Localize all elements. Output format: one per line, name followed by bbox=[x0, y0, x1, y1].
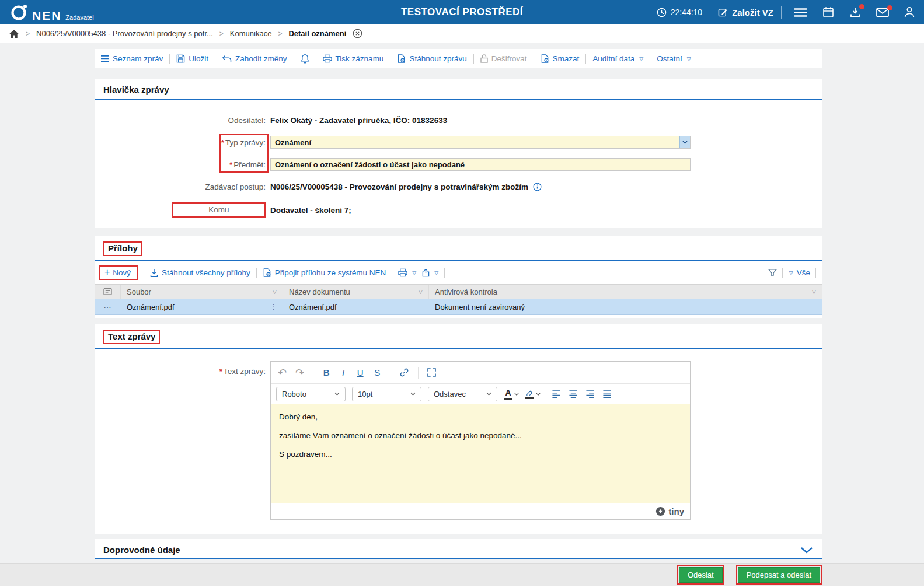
message-header-section: Hlavička zprávy Odesílatel: Felix Okátý … bbox=[95, 79, 822, 228]
separator bbox=[169, 54, 170, 64]
save-button[interactable]: Uložit bbox=[176, 54, 208, 63]
print-record-label: Tisk záznamu bbox=[336, 54, 384, 63]
subject-input[interactable]: Oznámení o označení žádosti o účast jako… bbox=[270, 158, 691, 171]
caret-down-icon: ▽ bbox=[789, 270, 793, 276]
message-type-row: *Typ zprávy: Oznámení bbox=[103, 136, 813, 149]
new-attachment-button[interactable]: + Nový bbox=[99, 265, 138, 280]
home-icon[interactable] bbox=[9, 29, 19, 38]
filter-caret-icon[interactable]: ▽ bbox=[419, 289, 423, 295]
print-attachments-button[interactable]: ▽ bbox=[398, 268, 416, 277]
editor-toolbar-row-2: Roboto 10pt Odstavec A bbox=[271, 384, 690, 404]
font-size-value: 10pt bbox=[358, 390, 372, 398]
print-record-button[interactable]: Tisk záznamu bbox=[323, 54, 384, 63]
bold-button[interactable]: B bbox=[322, 368, 330, 377]
breadcrumb-item-procedure[interactable]: N006/25/V00005438 - Provozování prodejny… bbox=[36, 29, 213, 38]
strikethrough-button[interactable]: S bbox=[373, 368, 381, 377]
align-center-icon[interactable] bbox=[569, 390, 578, 398]
align-justify-icon[interactable] bbox=[602, 390, 612, 398]
filter-all-dropdown[interactable]: ▽ Vše bbox=[788, 268, 810, 277]
audit-data-button[interactable]: Auditní data ▽ bbox=[592, 54, 643, 63]
grid-settings-header[interactable] bbox=[95, 285, 121, 299]
filter-caret-icon[interactable]: ▽ bbox=[812, 289, 816, 295]
message-text-editor-content[interactable]: Dobrý den, zasíláme Vám oznámení o označ… bbox=[271, 404, 690, 503]
message-text-label-text: Text zprávy: bbox=[224, 367, 266, 376]
column-header-doc-name[interactable]: Název dokumentu ▽ bbox=[283, 285, 429, 299]
separator bbox=[392, 268, 392, 278]
subject-label-text: Předmět: bbox=[233, 160, 266, 169]
separator bbox=[316, 54, 316, 64]
message-text-line: Dobrý den, bbox=[279, 412, 682, 421]
caret-down-icon: ▽ bbox=[412, 270, 416, 276]
section-title: Přílohy bbox=[108, 243, 138, 253]
download-all-attachments-button[interactable]: Stáhnout všechny přílohy bbox=[150, 268, 250, 277]
fullscreen-icon[interactable] bbox=[427, 368, 436, 377]
download-icon bbox=[150, 269, 158, 277]
separator bbox=[782, 268, 783, 278]
recipient-row: Komu Dodavatel - školení 7; bbox=[103, 202, 813, 218]
nen-brand[interactable]: NEN Zadavatel bbox=[9, 3, 94, 22]
highlight-color-bar bbox=[525, 397, 534, 399]
rich-text-editor: ↶ ↷ B I U S bbox=[270, 361, 691, 520]
attach-from-nen-button[interactable]: Připojit přílohu ze systému NEN bbox=[263, 268, 386, 277]
notifications-bell-button[interactable] bbox=[301, 54, 309, 64]
close-icon[interactable] bbox=[353, 29, 362, 38]
discard-changes-button[interactable]: Zahodit změny bbox=[222, 54, 287, 63]
drag-handle-icon[interactable]: ⋮ bbox=[270, 303, 277, 311]
message-header-form: Odesílatel: Felix Okátý - Zadavatel přír… bbox=[95, 100, 822, 228]
info-icon[interactable] bbox=[533, 183, 542, 191]
editor-toolbar-row-1: ↶ ↷ B I U S bbox=[271, 362, 690, 384]
create-vz-button[interactable]: Založit VZ bbox=[718, 8, 773, 18]
download-message-button[interactable]: Stáhnout zprávu bbox=[397, 54, 466, 63]
tiny-logo-label[interactable]: tiny bbox=[668, 506, 684, 516]
calendar-icon[interactable] bbox=[822, 6, 834, 18]
message-type-label-text: Typ zprávy: bbox=[225, 138, 266, 147]
attachment-antivirus-status: Dokument není zavirovaný bbox=[429, 299, 822, 314]
font-family-dropdown[interactable]: Roboto bbox=[276, 387, 346, 401]
message-list-button[interactable]: Seznam zpráv bbox=[100, 54, 163, 63]
font-size-dropdown[interactable]: 10pt bbox=[352, 387, 421, 401]
message-type-select[interactable]: Oznámení bbox=[270, 136, 691, 149]
separator bbox=[294, 54, 294, 64]
redo-icon[interactable]: ↷ bbox=[295, 368, 304, 378]
filter-caret-icon[interactable]: ▽ bbox=[273, 289, 277, 295]
attachment-row[interactable]: ⋯ Oznámení.pdf ⋮ Oznámení.pdf Dokument n… bbox=[95, 299, 822, 315]
attachment-doc-name: Oznámení.pdf bbox=[283, 299, 429, 314]
column-header-file[interactable]: Soubor ▽ bbox=[121, 285, 283, 299]
link-icon[interactable] bbox=[399, 368, 409, 377]
export-attachments-button[interactable]: ▽ bbox=[422, 268, 438, 277]
download-message-label: Stáhnout zprávu bbox=[409, 54, 466, 63]
separator bbox=[781, 6, 782, 19]
decrypt-button: Dešifrovat bbox=[480, 54, 527, 63]
messages-icon[interactable] bbox=[876, 8, 889, 18]
section-title: Doprovodné údaje bbox=[103, 545, 180, 555]
message-type-value: Oznámení bbox=[275, 138, 311, 147]
expand-chevron-icon[interactable] bbox=[800, 547, 813, 554]
delete-button[interactable]: Smazat bbox=[541, 54, 580, 63]
align-left-icon[interactable] bbox=[552, 390, 561, 398]
send-button[interactable]: Odeslat bbox=[679, 567, 723, 583]
filter-icon[interactable] bbox=[768, 269, 777, 276]
undo-icon[interactable]: ↶ bbox=[278, 368, 287, 378]
notification-badge bbox=[859, 4, 864, 9]
row-menu-icon[interactable]: ⋯ bbox=[104, 303, 112, 312]
other-button[interactable]: Ostatní ▽ bbox=[657, 54, 691, 63]
environment-title: TESTOVACÍ PROSTŘEDÍ bbox=[401, 6, 523, 18]
separator bbox=[390, 54, 390, 64]
separator bbox=[313, 367, 313, 379]
block-format-dropdown[interactable]: Odstavec bbox=[428, 387, 497, 401]
list-icon bbox=[100, 55, 109, 62]
underline-button[interactable]: U bbox=[356, 368, 364, 377]
highlight-color-button[interactable] bbox=[525, 389, 541, 399]
profile-icon[interactable] bbox=[904, 6, 915, 18]
column-header-antivirus[interactable]: Antivirová kontrola ▽ bbox=[429, 285, 822, 299]
sign-and-send-button[interactable]: Podepsat a odeslat bbox=[738, 567, 820, 583]
align-right-icon[interactable] bbox=[585, 390, 595, 398]
separator bbox=[444, 268, 445, 278]
separator bbox=[390, 367, 390, 379]
downloads-icon[interactable] bbox=[849, 6, 861, 18]
italic-button[interactable]: I bbox=[339, 368, 347, 377]
menu-icon[interactable] bbox=[794, 8, 807, 18]
select-dropdown-button[interactable] bbox=[679, 136, 690, 148]
font-color-button[interactable]: A bbox=[504, 388, 519, 400]
breadcrumb-item-communication[interactable]: Komunikace bbox=[230, 29, 272, 38]
